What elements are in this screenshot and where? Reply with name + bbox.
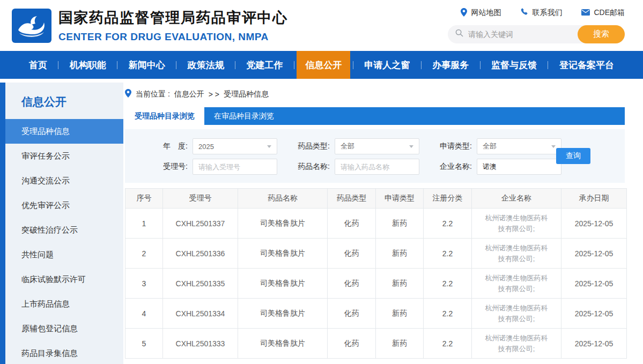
- table-cell: 司美格鲁肽片: [238, 209, 328, 239]
- filter-row-2: 受理号: 药品名称: 企业名称:: [149, 159, 625, 175]
- table-cell: 新药: [376, 239, 424, 269]
- sidebar-menu: 受理品种信息审评任务公示沟通交流公示优先审评公示突破性治疗公示共性问题临床试验默…: [5, 119, 123, 364]
- table-cell: CXHL2501337: [163, 209, 238, 239]
- sitemap-link[interactable]: 网站地图: [461, 8, 501, 18]
- chevron-down-icon: [409, 145, 413, 148]
- breadcrumb-current: 受理品种信息: [224, 90, 269, 99]
- nav-item-3[interactable]: 政策法规: [179, 51, 233, 79]
- sidebar: 信息公开 受理品种信息审评任务公示沟通交流公示优先审评公示突破性治疗公示共性问题…: [5, 83, 123, 364]
- table-cell: 1: [125, 209, 163, 239]
- sidebar-item-4[interactable]: 突破性治疗公示: [5, 218, 123, 242]
- table-row: 4CXHL2501334司美格鲁肽片化药新药2.2杭州诺澳生物医药科技有限公司;…: [125, 299, 627, 329]
- table-cell: CXHL2501336: [163, 239, 238, 269]
- search-bar: 搜索: [448, 25, 625, 43]
- column-header: 受理号: [163, 189, 238, 209]
- sidebar-accent-strip: [0, 83, 5, 364]
- query-button[interactable]: 查询: [556, 148, 590, 164]
- table-cell: 4: [125, 299, 163, 329]
- drug-name-input[interactable]: [335, 159, 419, 175]
- table-cell: 2025-12-05: [561, 239, 627, 269]
- mail-link[interactable]: CDE邮箱: [581, 8, 625, 18]
- table-cell: 新药: [376, 329, 424, 359]
- table-cell: CXHL2501334: [163, 299, 238, 329]
- tab-accepted-catalog[interactable]: 受理品种目录浏览: [125, 107, 204, 125]
- column-header: 注册分类: [424, 189, 472, 209]
- company-label: 企业名称:: [433, 162, 472, 172]
- contact-link[interactable]: 联系我们: [520, 8, 562, 18]
- nav-separator: [548, 61, 548, 69]
- table-cell: 新药: [376, 299, 424, 329]
- apply-type-filter: 申请类型: 全部: [433, 138, 561, 154]
- sidebar-item-6[interactable]: 临床试验默示许可: [5, 267, 123, 292]
- main-nav: 首页机构职能新闻中心政策法规党建工作信息公开申请人之窗办事服务监督与反馈登记备案…: [0, 51, 643, 79]
- table-cell: 2025-12-05: [561, 299, 627, 329]
- nav-separator: [294, 61, 294, 69]
- nav-item-7[interactable]: 办事服务: [424, 51, 477, 79]
- sidebar-item-2[interactable]: 沟通交流公示: [5, 168, 123, 193]
- column-header: 药品类型: [328, 189, 376, 209]
- location-pin-icon: [461, 8, 467, 18]
- nav-item-4[interactable]: 党建工作: [238, 51, 292, 79]
- table-cell: CXHL2501335: [163, 269, 238, 299]
- search-input[interactable]: [468, 30, 573, 39]
- table-cell: 2025-12-05: [561, 209, 627, 239]
- table-row: 2CXHL2501336司美格鲁肽片化药新药2.2杭州诺澳生物医药科技有限公司;…: [125, 239, 627, 269]
- nav-item-2[interactable]: 新闻中心: [120, 51, 174, 79]
- accept-no-filter: 受理号:: [149, 159, 277, 175]
- breadcrumb-section[interactable]: 信息公开: [174, 90, 204, 99]
- table-cell: 化药: [328, 299, 376, 329]
- breadcrumb-prefix: 当前位置 :: [136, 90, 170, 99]
- tab-under-review-catalog[interactable]: 在审品种目录浏览: [204, 107, 284, 125]
- site-subtitle: CENTER FOR DRUG EVALUATION, NMPA: [58, 31, 288, 43]
- nav-item-0[interactable]: 首页: [20, 51, 56, 79]
- sidebar-item-7[interactable]: 上市药品信息: [5, 292, 123, 316]
- nav-item-6[interactable]: 申请人之窗: [356, 51, 418, 79]
- search-button[interactable]: 搜索: [578, 25, 625, 43]
- nav-item-9[interactable]: 登记备案平台: [551, 51, 623, 79]
- sidebar-item-0[interactable]: 受理品种信息: [5, 119, 123, 144]
- sidebar-item-9[interactable]: 药品目录集信息: [5, 341, 123, 364]
- page-body: 信息公开 受理品种信息审评任务公示沟通交流公示优先审评公示突破性治疗公示共性问题…: [0, 79, 643, 364]
- drug-name-label: 药品名称:: [291, 162, 330, 172]
- sidebar-item-1[interactable]: 审评任务公示: [5, 144, 123, 168]
- table-cell: 化药: [328, 209, 376, 239]
- apply-type-value: 全部: [483, 142, 497, 151]
- nav-item-8[interactable]: 监督与反馈: [483, 51, 545, 79]
- sidebar-item-5[interactable]: 共性问题: [5, 242, 123, 267]
- table-row: 1CXHL2501337司美格鲁肽片化药新药2.2杭州诺澳生物医药科技有限公司;…: [125, 209, 627, 239]
- nav-separator: [176, 61, 176, 69]
- company-input[interactable]: [477, 159, 561, 175]
- table-cell: 杭州诺澳生物医药科技有限公司;: [472, 209, 561, 239]
- year-value: 2025: [198, 143, 214, 151]
- table-cell: 司美格鲁肽片: [238, 239, 328, 269]
- drug-type-select[interactable]: 全部: [335, 138, 419, 154]
- year-label: 年 度:: [149, 142, 188, 151]
- table-cell: 化药: [328, 329, 376, 359]
- table-cell: 2: [125, 239, 163, 269]
- sidebar-item-3[interactable]: 优先审评公示: [5, 193, 123, 218]
- header-right: 网站地图 联系我们 CDE邮箱 搜索: [448, 8, 625, 43]
- column-header: 药品名称: [238, 189, 328, 209]
- table-cell: 2.2: [424, 329, 472, 359]
- sidebar-item-8[interactable]: 原辅包登记信息: [5, 316, 123, 341]
- main-content: 当前位置 : 信息公开 > > 受理品种信息 受理品种目录浏览 在审品种目录浏览…: [123, 83, 643, 364]
- filter-panel: 年 度: 2025 药品类型: 全部 申请类型: 全部: [125, 129, 625, 183]
- brand-titles: 国家药品监督管理局药品审评中心 CENTER FOR DRUG EVALUATI…: [58, 8, 288, 43]
- apply-type-select[interactable]: 全部: [477, 138, 561, 154]
- drug-type-value: 全部: [341, 142, 354, 151]
- table-cell: 2.2: [424, 209, 472, 239]
- table-cell: 5: [125, 329, 163, 359]
- table-cell: 杭州诺澳生物医药科技有限公司;: [472, 299, 561, 329]
- table-cell: 2.2: [424, 269, 472, 299]
- nav-item-5[interactable]: 信息公开: [297, 51, 350, 79]
- site-title: 国家药品监督管理局药品审评中心: [58, 8, 288, 27]
- nav-item-1[interactable]: 机构职能: [61, 51, 115, 79]
- mail-label: CDE邮箱: [594, 8, 625, 18]
- year-select[interactable]: 2025: [193, 138, 277, 154]
- sitemap-label: 网站地图: [471, 8, 501, 18]
- nav-separator: [421, 61, 422, 69]
- apply-type-label: 申请类型:: [433, 142, 472, 151]
- accept-no-input[interactable]: [193, 159, 277, 175]
- year-filter: 年 度: 2025: [149, 138, 277, 154]
- filter-row-1: 年 度: 2025 药品类型: 全部 申请类型: 全部: [149, 138, 625, 154]
